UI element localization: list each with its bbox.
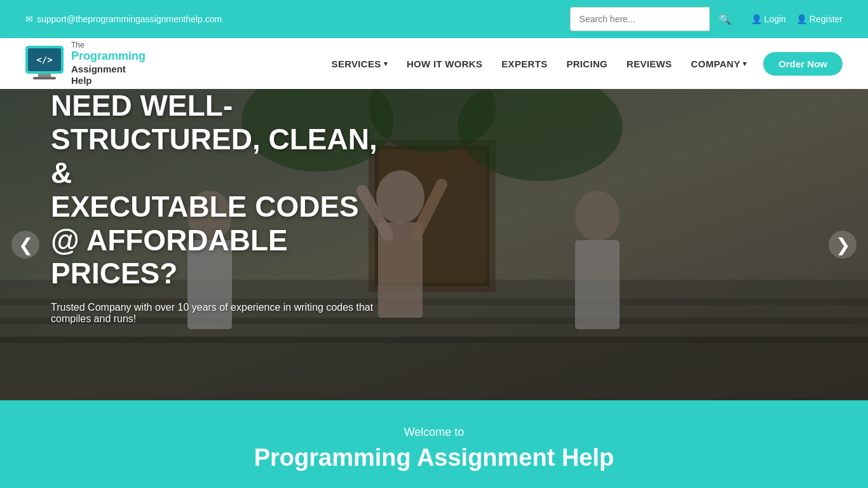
login-link[interactable]: 👤 Login xyxy=(751,14,786,24)
login-icon: 👤 xyxy=(751,14,762,24)
hero-title-line2: EXECUTABLE CODES @ AFFORDABLE PRICES? xyxy=(51,190,359,290)
order-now-button[interactable]: Order Now xyxy=(763,52,843,76)
register-icon: 👤 xyxy=(796,14,807,24)
email-bar: ✉ support@theprogrammingassignmenthelp.c… xyxy=(25,14,222,24)
logo[interactable]: </> The Programming Assignment Help xyxy=(25,41,146,86)
logo-programming: Programming xyxy=(71,50,146,64)
logo-text: The Programming Assignment Help xyxy=(71,41,146,86)
svg-text:</>: </> xyxy=(36,55,52,65)
top-bar: ✉ support@theprogrammingassignmenthelp.c… xyxy=(0,0,868,38)
nav-links: SERVICES HOW IT WORKS EXPERTS PRICING RE… xyxy=(324,52,843,76)
nav-experts[interactable]: EXPERTS xyxy=(494,53,555,74)
search-form: 🔍 xyxy=(570,7,741,31)
arrow-left-icon: ❮ xyxy=(18,234,33,255)
navbar: </> The Programming Assignment Help SERV… xyxy=(0,38,868,89)
register-label: Register xyxy=(810,14,843,24)
nav-how-it-works[interactable]: HOW IT WORKS xyxy=(399,53,490,74)
nav-pricing[interactable]: PRICING xyxy=(559,53,615,74)
logo-help: Help xyxy=(71,75,146,86)
hero-section: ❮ NEED WELL-STRUCTURED, CLEAN, & EXECUTA… xyxy=(0,89,868,400)
hero-title: NEED WELL-STRUCTURED, CLEAN, & EXECUTABL… xyxy=(51,89,394,290)
logo-icon: </> xyxy=(25,46,64,81)
search-input[interactable] xyxy=(570,7,710,31)
email-icon: ✉ xyxy=(25,14,33,24)
svg-rect-4 xyxy=(33,77,56,79)
email-text: support@theprogrammingassignmenthelp.com xyxy=(37,14,222,24)
login-label: Login xyxy=(764,14,786,24)
nav-services[interactable]: SERVICES xyxy=(324,53,395,74)
welcome-section: Welcome to Programming Assignment Help xyxy=(0,400,868,488)
svg-rect-3 xyxy=(38,74,51,77)
arrow-right-icon: ❯ xyxy=(836,234,850,255)
search-button[interactable]: 🔍 xyxy=(710,7,741,31)
hero-subtitle: Trusted Company with over 10 years of ex… xyxy=(51,302,394,325)
hero-title-line1: NEED WELL-STRUCTURED, CLEAN, & xyxy=(51,89,377,189)
hero-content: NEED WELL-STRUCTURED, CLEAN, & EXECUTABL… xyxy=(0,89,445,325)
top-bar-right: 🔍 👤 Login 👤 Register xyxy=(570,7,843,31)
logo-the: The xyxy=(71,41,146,50)
hero-next-button[interactable]: ❯ xyxy=(829,231,857,259)
nav-reviews[interactable]: REVIEWS xyxy=(619,53,679,74)
auth-links: 👤 Login 👤 Register xyxy=(751,14,843,24)
hero-prev-button[interactable]: ❮ xyxy=(11,231,39,259)
logo-assignment: Assignment xyxy=(71,64,146,75)
welcome-title: Programming Assignment Help xyxy=(25,444,843,471)
welcome-to-text: Welcome to xyxy=(25,426,843,439)
register-link[interactable]: 👤 Register xyxy=(796,14,843,24)
nav-company[interactable]: COMPANY xyxy=(683,53,754,74)
